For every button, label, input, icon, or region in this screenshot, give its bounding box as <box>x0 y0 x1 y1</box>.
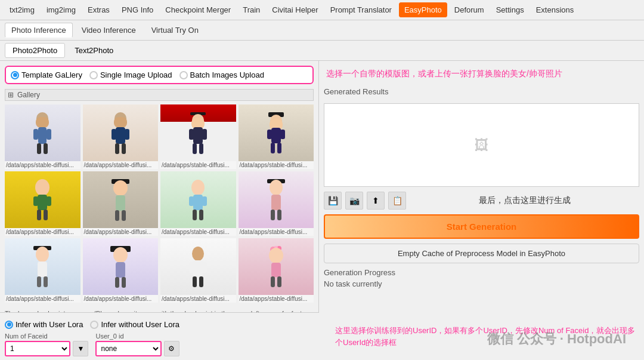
faceid-user-select[interactable]: none <box>95 341 161 356</box>
gallery-item-5[interactable]: /data/apps/stable-diffusi... <box>5 171 80 236</box>
svg-rect-51 <box>277 210 281 220</box>
action-icon-4[interactable]: 📋 <box>388 192 406 210</box>
nav-prompt-translator[interactable]: Prompt Translator <box>326 3 397 17</box>
gallery-item-3[interactable]: /data/apps/stable-diffusi... <box>160 104 236 169</box>
svg-rect-3 <box>33 129 38 140</box>
gallery-item-4[interactable]: /data/apps/stable-diffusi... <box>239 104 314 169</box>
svg-rect-40 <box>122 210 126 221</box>
faceid-user-icon[interactable]: ⚙ <box>164 341 179 356</box>
svg-point-37 <box>113 180 128 196</box>
svg-rect-42 <box>193 195 203 210</box>
action-icon-1[interactable]: 💾 <box>324 192 342 210</box>
gallery-caption-12: /data/apps/stable-diffusi... <box>239 295 314 303</box>
subnav-photo-inference[interactable]: Photo Inference <box>5 23 73 38</box>
action-icon-2[interactable]: 📷 <box>345 192 363 210</box>
nav-checkpoint-merger[interactable]: Checkpoint Merger <box>160 3 236 17</box>
svg-rect-50 <box>271 210 275 220</box>
generated-results-label: Generated Results <box>324 87 639 96</box>
lora-row: Infer with User Lora Infer without User … <box>5 320 179 329</box>
radio-template-gallery[interactable]: Template GaLlery <box>11 70 82 79</box>
lora-with-dot <box>5 321 13 329</box>
svg-rect-31 <box>38 195 47 210</box>
svg-rect-32 <box>33 196 38 206</box>
nav-extensions[interactable]: Extensions <box>531 3 579 17</box>
hint-lora-text: 这里选择你训练得到的UserID，如果有多个UserID，先修改Num of F… <box>335 325 639 348</box>
gallery-item-1[interactable]: /data/apps/stable-diffusi... <box>5 104 80 169</box>
svg-rect-9 <box>116 127 125 144</box>
svg-rect-21 <box>199 143 203 154</box>
svg-rect-73 <box>271 276 275 287</box>
faceid-num-icon[interactable]: ▼ <box>73 341 88 356</box>
svg-rect-44 <box>202 196 207 206</box>
svg-rect-19 <box>202 129 207 140</box>
lora-faceid-section: Infer with User Lora Infer without User … <box>0 312 319 360</box>
svg-rect-34 <box>37 210 41 220</box>
radio-dot-template <box>11 71 19 79</box>
radio-group: Template GaLlery Single Image Upload Bat… <box>5 66 314 84</box>
svg-rect-26 <box>267 130 272 139</box>
tab-row: Photo2Photo Text2Photo <box>0 41 644 61</box>
gallery-icon: ⊞ <box>8 91 14 99</box>
gallery-item-6[interactable]: /data/apps/stable-diffusi... <box>83 171 159 236</box>
gallery-img-3 <box>160 104 236 161</box>
nav-train[interactable]: Train <box>238 3 265 17</box>
gallery-item-12[interactable]: /data/apps/stable-diffusi... <box>239 238 314 303</box>
gallery-img-2 <box>83 104 159 161</box>
gallery-item-11[interactable]: /data/apps/stable-diffusi... <box>160 238 236 303</box>
nav-deforum[interactable]: Deforum <box>450 3 489 17</box>
lora-without-option[interactable]: Infer without User Lora <box>90 320 179 329</box>
svg-rect-45 <box>193 210 197 220</box>
action-icon-3[interactable]: ⬆ <box>367 192 385 210</box>
gallery-item-8[interactable]: /data/apps/stable-diffusi... <box>239 171 314 236</box>
gallery-item-7[interactable]: /data/apps/stable-diffusi... <box>160 171 236 236</box>
faceid-user-label: User_0 id <box>95 333 179 340</box>
svg-rect-72 <box>271 263 281 277</box>
nav-civitai-helper[interactable]: Civitai Helper <box>267 3 323 17</box>
svg-point-30 <box>35 179 49 196</box>
radio-single-image[interactable]: Single Image Upload <box>89 70 172 79</box>
subnav-video-inference[interactable]: Video Inference <box>75 23 143 38</box>
nav-txt2img[interactable]: txt2img <box>5 3 39 17</box>
gallery-item-10[interactable]: /data/apps/stable-diffusi... <box>83 238 159 303</box>
svg-rect-10 <box>112 129 116 140</box>
subnav-virtual-try-on[interactable]: Virtual Try On <box>145 23 205 38</box>
faceid-num-select[interactable]: 1 <box>5 341 70 356</box>
gallery-caption-10: /data/apps/stable-diffusi... <box>83 295 159 303</box>
svg-point-48 <box>270 180 283 195</box>
lora-with-option[interactable]: Infer with User Lora <box>5 320 83 329</box>
gallery-caption-11: /data/apps/stable-diffusi... <box>160 295 236 303</box>
nav-settings[interactable]: Settings <box>491 3 529 17</box>
gallery-img-4 <box>239 104 314 161</box>
svg-rect-39 <box>115 210 119 221</box>
svg-rect-1 <box>36 117 49 128</box>
radio-label-batch: Batch Images Upload <box>190 70 264 79</box>
gallery-caption-1: /data/apps/stable-diffusi... <box>5 161 80 169</box>
gallery-label: Gallery <box>17 91 40 99</box>
faceid-num-group: Num of Faceid 1 ▼ <box>5 333 88 356</box>
svg-rect-13 <box>122 143 126 154</box>
nav-img2img[interactable]: img2img <box>42 3 80 17</box>
svg-rect-20 <box>193 143 197 154</box>
tab-text2photo[interactable]: Text2Photo <box>67 44 120 57</box>
gallery-img-12 <box>239 238 314 295</box>
start-generation-button[interactable]: Start Generation <box>324 214 639 239</box>
gallery-item-2[interactable]: /data/apps/stable-diffusi... <box>83 104 159 169</box>
radio-batch-images[interactable]: Batch Images Upload <box>179 70 264 79</box>
svg-rect-17 <box>193 127 203 144</box>
nav-png-info[interactable]: PNG Info <box>117 3 158 17</box>
gallery-item-9[interactable]: /data/apps/stable-diffusi... <box>5 238 80 303</box>
radio-label-single: Single Image Upload <box>100 70 172 79</box>
gen-progress-section: Generation Progress No task currently <box>324 268 639 291</box>
nav-easyphoto[interactable]: EasyPhoto <box>399 2 447 17</box>
empty-cache-button[interactable]: Empty Cache of Preprocess Model in EasyP… <box>324 244 639 263</box>
action-icons-row: 💾 📷 ⬆ 📋 最后，点击这里进行生成 <box>324 192 639 210</box>
nav-extras[interactable]: Extras <box>83 3 114 17</box>
tab-photo2photo[interactable]: Photo2Photo <box>5 43 65 58</box>
svg-rect-8 <box>114 117 127 128</box>
svg-rect-64 <box>189 262 194 273</box>
gallery-caption-8: /data/apps/stable-diffusi... <box>239 228 314 236</box>
lora-with-label: Infer with User Lora <box>16 320 83 329</box>
svg-rect-35 <box>44 210 48 220</box>
hint-text-top: 选择一个自带的模版图，或者上传一张打算换脸的美女/帅哥照片 <box>324 66 639 82</box>
gallery-img-11 <box>160 238 236 295</box>
